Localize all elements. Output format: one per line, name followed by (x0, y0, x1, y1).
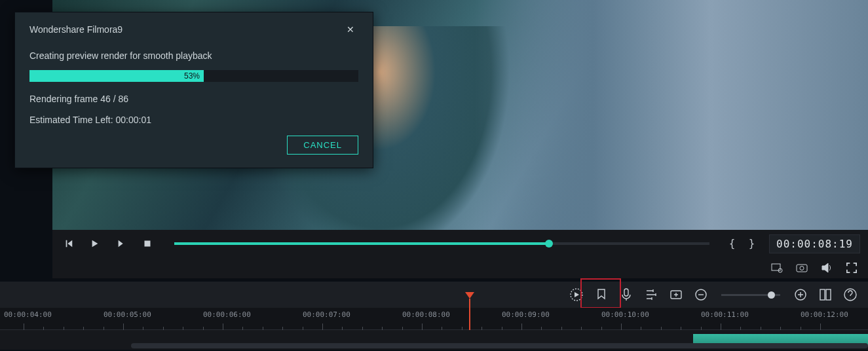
eta-label: Estimated Time Left: 00:00:01 (29, 115, 358, 125)
ruler-label: 00:00:08:00 (402, 310, 450, 319)
crop-zoom-icon[interactable] (669, 287, 683, 302)
svg-rect-6 (624, 289, 628, 296)
volume-icon[interactable] (821, 262, 833, 274)
svg-point-4 (800, 267, 804, 270)
player-bar-secondary (52, 257, 868, 278)
zoom-out-icon[interactable] (694, 287, 708, 302)
voiceover-mic-icon[interactable] (619, 287, 633, 302)
play-button[interactable] (86, 235, 104, 252)
svg-rect-11 (826, 289, 831, 300)
ruler-label: 00:00:05:00 (104, 310, 151, 319)
timeline-toolbar (0, 282, 868, 308)
ruler-label: 00:00:11:00 (701, 310, 749, 319)
progress-percent: 53% (184, 70, 200, 82)
ruler-label: 00:00:10:00 (601, 310, 649, 319)
close-icon[interactable]: ✕ (343, 23, 358, 36)
mark-in-out[interactable]: { } (729, 238, 759, 249)
playhead[interactable] (469, 299, 470, 330)
snapshot-icon[interactable] (796, 262, 808, 274)
zoom-in-icon[interactable] (793, 287, 808, 302)
ruler-label: 00:00:06:00 (203, 310, 251, 319)
player-bar: { } 00:00:08:19 (52, 230, 868, 257)
prev-frame-button[interactable] (60, 235, 77, 252)
render-dialog: Wondershare Filmora9 ✕ Creating preview … (14, 12, 373, 168)
timecode-display: 00:00:08:19 (769, 234, 860, 253)
dialog-message: Creating preview render for smooth playb… (29, 50, 358, 61)
stop-button[interactable] (139, 235, 156, 252)
horizontal-scrollbar[interactable] (131, 343, 868, 348)
marker-icon[interactable] (594, 287, 609, 302)
timeline-tracks[interactable] (0, 330, 868, 350)
help-icon[interactable] (843, 287, 858, 302)
ruler-label: 00:00:04:00 (4, 310, 52, 319)
audio-mixer-icon[interactable] (644, 287, 658, 302)
dialog-title: Wondershare Filmora9 (29, 24, 123, 35)
svg-rect-10 (820, 289, 825, 300)
frame-counter: Rendering frame 46 / 86 (29, 94, 358, 104)
progress-bar: 53% (29, 70, 358, 82)
zoom-slider[interactable] (721, 294, 780, 296)
svg-rect-1 (772, 264, 780, 270)
svg-rect-3 (797, 265, 807, 272)
cancel-button[interactable]: CANCEL (287, 136, 358, 155)
svg-rect-0 (145, 241, 151, 247)
playback-slider[interactable] (174, 242, 709, 245)
quality-icon[interactable] (771, 262, 783, 274)
ruler-label: 00:00:07:00 (303, 310, 350, 319)
ruler-label: 00:00:09:00 (502, 310, 550, 319)
timeline-view-icon[interactable] (818, 287, 833, 302)
timeline-ruler[interactable]: 00:00:04:0000:00:05:0000:00:06:0000:00:0… (0, 308, 868, 330)
fullscreen-icon[interactable] (846, 262, 858, 274)
ruler-label: 00:00:12:00 (801, 310, 848, 319)
next-frame-button[interactable] (113, 235, 130, 252)
render-preview-button[interactable] (569, 287, 584, 302)
